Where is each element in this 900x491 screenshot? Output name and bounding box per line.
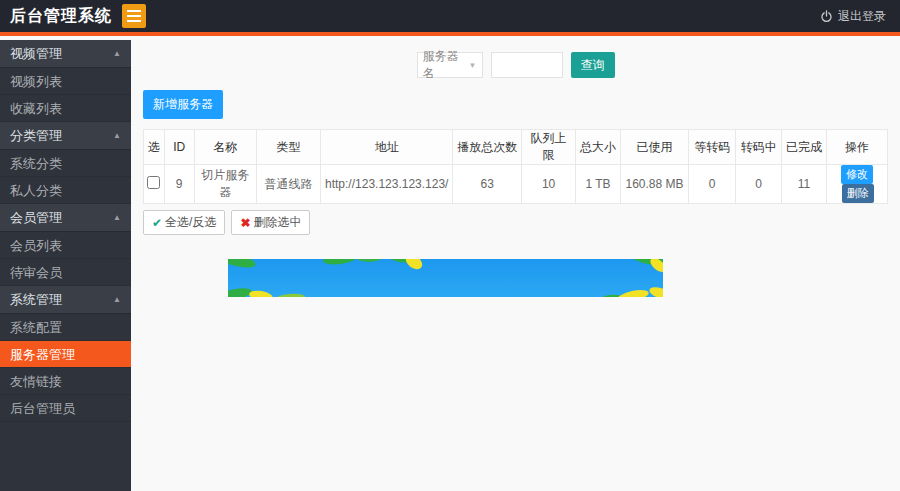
sidebar-item-pending-members[interactable]: 待审会员 <box>0 259 131 286</box>
search-input[interactable] <box>491 52 563 78</box>
main-content: 服务器名 ▼ 查询 新增服务器 选 ID 名称 类型 地址 播 <box>131 40 900 491</box>
cell-used: 160.88 MB <box>620 165 688 204</box>
power-icon <box>820 10 833 23</box>
x-icon: ✖ <box>240 216 250 230</box>
sidebar-item-backend-admins[interactable]: 后台管理员 <box>0 395 131 422</box>
sidebar-item-server-management[interactable]: 服务器管理 <box>0 341 131 368</box>
sidebar-item-video-list[interactable]: 视频列表 <box>0 68 131 95</box>
cell-actions: 修改删除 <box>826 165 887 204</box>
sidebar-section-category-management[interactable]: 分类管理 ▲ <box>0 122 131 150</box>
cell-play-count: 63 <box>453 165 521 204</box>
cell-waiting-transcode: 0 <box>689 165 736 204</box>
cell-queue-limit: 10 <box>521 165 575 204</box>
cell-select <box>144 165 165 204</box>
col-header-type: 类型 <box>257 130 321 165</box>
sidebar-section-label: 分类管理 <box>10 122 62 150</box>
search-button[interactable]: 查询 <box>571 52 615 78</box>
col-header-select: 选 <box>144 130 165 165</box>
delete-button[interactable]: 删除 <box>842 184 874 203</box>
cell-transcoding: 0 <box>736 165 782 204</box>
delete-selected-label: 删除选中 <box>253 214 301 231</box>
search-field-select[interactable]: 服务器名 ▼ <box>417 52 483 78</box>
cell-name: 切片服务器 <box>194 165 256 204</box>
cell-address: http://123.123.123.123/ <box>321 165 453 204</box>
sidebar-section-label: 系统管理 <box>10 286 62 314</box>
bulk-actions: ✔ 全选/反选 ✖ 删除选中 <box>143 210 888 235</box>
delete-selected-button[interactable]: ✖ 删除选中 <box>231 210 310 235</box>
col-header-queue-limit: 队列上限 <box>521 130 575 165</box>
chevron-up-icon: ▲ <box>113 204 121 232</box>
col-header-total-size: 总大小 <box>576 130 621 165</box>
sidebar-section-system-management[interactable]: 系统管理 ▲ <box>0 286 131 314</box>
sidebar-section-label: 视频管理 <box>10 40 62 68</box>
chevron-up-icon: ▲ <box>113 40 121 68</box>
add-server-button[interactable]: 新增服务器 <box>143 90 223 119</box>
sidebar-item-system-config[interactable]: 系统配置 <box>0 314 131 341</box>
col-header-play-count: 播放总次数 <box>453 130 521 165</box>
col-header-waiting-transcode: 等转码 <box>689 130 736 165</box>
logout-label: 退出登录 <box>838 8 886 25</box>
sidebar-section-member-management[interactable]: 会员管理 ▲ <box>0 204 131 232</box>
table-row: 9 切片服务器 普通线路 http://123.123.123.123/ 63 … <box>144 165 888 204</box>
sidebar-item-private-categories[interactable]: 私人分类 <box>0 177 131 204</box>
table-header-row: 选 ID 名称 类型 地址 播放总次数 队列上限 总大小 已使用 等转码 转码中… <box>144 130 888 165</box>
col-header-used: 已使用 <box>620 130 688 165</box>
col-header-actions: 操作 <box>826 130 887 165</box>
hamburger-menu-icon[interactable] <box>122 4 146 28</box>
check-icon: ✔ <box>152 216 162 230</box>
app-title: 后台管理系统 <box>10 6 112 27</box>
search-bar: 服务器名 ▼ 查询 <box>131 40 900 78</box>
cell-type: 普通线路 <box>257 165 321 204</box>
col-header-address: 地址 <box>321 130 453 165</box>
banner-image <box>228 259 663 297</box>
select-all-button[interactable]: ✔ 全选/反选 <box>143 210 225 235</box>
row-select-checkbox[interactable] <box>147 176 160 189</box>
search-field-selected-value: 服务器名 <box>423 48 469 82</box>
topbar: 后台管理系统 退出登录 <box>0 0 900 36</box>
chevron-up-icon: ▲ <box>113 286 121 314</box>
sidebar-section-video-management[interactable]: 视频管理 ▲ <box>0 40 131 68</box>
col-header-name: 名称 <box>194 130 256 165</box>
col-header-transcoding: 转码中 <box>736 130 782 165</box>
server-table: 选 ID 名称 类型 地址 播放总次数 队列上限 总大小 已使用 等转码 转码中… <box>143 129 888 204</box>
sidebar-item-friend-links[interactable]: 友情链接 <box>0 368 131 395</box>
col-header-completed: 已完成 <box>782 130 827 165</box>
cell-total-size: 1 TB <box>576 165 621 204</box>
cell-completed: 11 <box>782 165 827 204</box>
select-all-label: 全选/反选 <box>165 214 216 231</box>
cell-id: 9 <box>164 165 194 204</box>
sidebar-section-label: 会员管理 <box>10 204 62 232</box>
sidebar-item-member-list[interactable]: 会员列表 <box>0 232 131 259</box>
sidebar: 视频管理 ▲ 视频列表 收藏列表 分类管理 ▲ 系统分类 私人分类 会员管理 ▲… <box>0 40 131 491</box>
col-header-id: ID <box>164 130 194 165</box>
chevron-up-icon: ▲ <box>113 122 121 150</box>
sidebar-item-favorites-list[interactable]: 收藏列表 <box>0 95 131 122</box>
chevron-down-icon: ▼ <box>469 61 477 70</box>
sidebar-item-system-categories[interactable]: 系统分类 <box>0 150 131 177</box>
edit-button[interactable]: 修改 <box>841 165 873 184</box>
logout-button[interactable]: 退出登录 <box>820 8 886 25</box>
server-table-wrapper: 选 ID 名称 类型 地址 播放总次数 队列上限 总大小 已使用 等转码 转码中… <box>143 129 888 204</box>
